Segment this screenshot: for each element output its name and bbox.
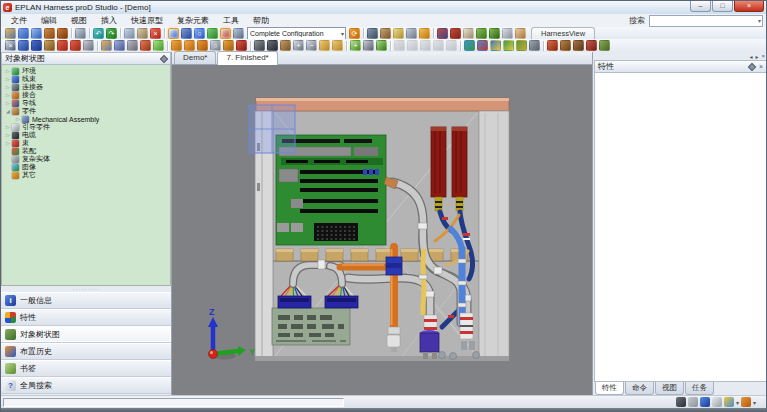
menu-item-5[interactable]: 复杂元素 <box>170 14 216 27</box>
expander-icon[interactable]: ▷ <box>4 76 12 82</box>
braid-icon[interactable] <box>236 40 247 51</box>
workspace-red-icon[interactable] <box>586 40 597 51</box>
document-tab-0[interactable]: Demo* <box>174 51 216 64</box>
zoom-in-icon[interactable]: + <box>293 40 304 51</box>
copy-part-icon[interactable] <box>153 40 164 51</box>
flat-bundle-icon[interactable] <box>223 40 234 51</box>
menu-item-6[interactable]: 工具 <box>216 14 246 27</box>
expander-icon[interactable]: ▷ <box>14 116 22 122</box>
expander-icon[interactable]: ▷ <box>4 124 12 130</box>
table-view-icon[interactable] <box>464 40 475 51</box>
tab-scroll-right-icon[interactable]: ▸ <box>755 53 758 60</box>
new-bundle-icon[interactable] <box>171 40 182 51</box>
pin-icon[interactable] <box>160 54 168 62</box>
attach-icon[interactable] <box>502 28 513 39</box>
edit-pencil-icon[interactable] <box>419 28 430 39</box>
open-project-icon[interactable] <box>5 28 16 39</box>
chevron-down-icon[interactable]: ▾ <box>758 17 762 24</box>
lead-out-icon[interactable] <box>332 40 343 51</box>
expander-icon[interactable]: ▷ <box>4 140 12 146</box>
draw-line-icon[interactable] <box>18 40 29 51</box>
sidebar-button-global-search[interactable]: ?全局搜索 <box>1 377 171 394</box>
align-center-icon[interactable] <box>407 40 418 51</box>
report-view-icon[interactable] <box>516 40 527 51</box>
sheet-view-icon[interactable] <box>529 40 540 51</box>
full-screen-icon[interactable] <box>233 28 244 39</box>
unroute-icon[interactable] <box>280 40 291 51</box>
place-part-icon[interactable] <box>114 40 125 51</box>
place-assembly-icon[interactable] <box>127 40 138 51</box>
right-tab-2[interactable]: 视图 <box>655 382 684 395</box>
draw-freehand-icon[interactable] <box>83 40 94 51</box>
save-icon[interactable] <box>18 28 29 39</box>
menu-item-0[interactable]: 文件 <box>4 14 34 27</box>
annotate-icon[interactable] <box>393 28 404 39</box>
maximize-button[interactable]: □ <box>712 1 733 12</box>
ring-icon[interactable]: ○ <box>210 40 221 51</box>
view-orientation-icon[interactable] <box>741 397 751 407</box>
group-icon[interactable] <box>446 40 457 51</box>
expander-icon[interactable]: ▷ <box>4 132 12 138</box>
nailboard-view-icon[interactable] <box>490 40 501 51</box>
sync-configuration-icon[interactable]: ⟳ <box>349 28 360 39</box>
sidebar-button-general-info[interactable]: i一般信息 <box>1 292 171 309</box>
display-mode-icon[interactable] <box>724 397 734 407</box>
drawing-view-icon[interactable] <box>503 40 514 51</box>
chevron-down-icon[interactable]: ▾ <box>341 30 345 37</box>
menu-item-7[interactable]: 帮助 <box>246 14 276 27</box>
draw-arc-3pt-icon[interactable] <box>70 40 81 51</box>
close-panel-icon[interactable]: × <box>759 63 763 70</box>
align-right-icon[interactable] <box>420 40 431 51</box>
chevron-down-icon[interactable]: ▾ <box>736 399 739 406</box>
place-drop-icon[interactable] <box>207 28 218 39</box>
align-left-icon[interactable] <box>394 40 405 51</box>
find-icon[interactable] <box>367 28 378 39</box>
zoom-previous-icon[interactable] <box>688 397 698 407</box>
document-tab-1[interactable]: 7. Finished* <box>217 51 277 65</box>
draw-spline-icon[interactable] <box>44 40 55 51</box>
chevron-down-icon[interactable]: ▾ <box>753 399 756 406</box>
tab-close-icon[interactable]: × <box>761 53 765 59</box>
add-person-icon[interactable] <box>476 28 487 39</box>
viewport-3d[interactable]: Z Y <box>172 65 592 395</box>
route-wire-icon[interactable] <box>254 40 265 51</box>
search-input[interactable] <box>650 17 758 25</box>
right-tab-1[interactable]: 命令 <box>625 382 654 395</box>
select-arrow-icon[interactable] <box>168 28 179 39</box>
select-lasso-icon[interactable] <box>181 28 192 39</box>
add-point-icon[interactable]: + <box>350 40 361 51</box>
collision-check-icon[interactable] <box>220 28 231 39</box>
bundle-segment-icon[interactable] <box>197 40 208 51</box>
workspace-green-icon[interactable] <box>599 40 610 51</box>
tree-item-part[interactable]: ◢零件 <box>2 107 170 115</box>
replace-part-icon[interactable] <box>140 40 151 51</box>
delete-point-icon[interactable]: × <box>5 40 16 51</box>
lead-in-icon[interactable] <box>319 40 330 51</box>
bundle-branch-icon[interactable] <box>184 40 195 51</box>
zoom-selection-icon[interactable] <box>712 397 722 407</box>
add-person-alt-icon[interactable] <box>489 28 500 39</box>
zoom-window-icon[interactable] <box>676 397 686 407</box>
configuration-combobox[interactable]: Complete Configuration▾ <box>247 27 346 40</box>
close-button[interactable]: × <box>734 1 764 12</box>
expander-icon[interactable]: ▷ <box>4 68 12 74</box>
print-icon[interactable] <box>75 28 86 39</box>
orbit-icon[interactable]: ○ <box>194 28 205 39</box>
sidebar-button-object-tree[interactable]: 对象树状图 <box>1 326 171 343</box>
expander-icon[interactable]: ▷ <box>4 84 12 90</box>
draw-polyline-icon[interactable] <box>31 40 42 51</box>
walk-through-icon[interactable] <box>380 28 391 39</box>
workspace-home-icon[interactable] <box>547 40 558 51</box>
expander-icon[interactable]: ▷ <box>4 100 12 106</box>
split-segment-icon[interactable] <box>363 40 374 51</box>
tab-scroll-left-icon[interactable]: ◂ <box>749 53 752 60</box>
expander-icon[interactable]: ▷ <box>4 92 12 98</box>
distribute-icon[interactable] <box>433 40 444 51</box>
export-icon[interactable] <box>57 28 68 39</box>
delete-icon[interactable]: × <box>150 28 161 39</box>
zoom-fit-icon[interactable] <box>700 397 710 407</box>
route-cable-icon[interactable] <box>267 40 278 51</box>
draw-arc-icon[interactable] <box>57 40 68 51</box>
menu-item-1[interactable]: 编辑 <box>34 14 64 27</box>
sidebar-button-workdesk-history[interactable]: 布置历史 <box>1 343 171 360</box>
